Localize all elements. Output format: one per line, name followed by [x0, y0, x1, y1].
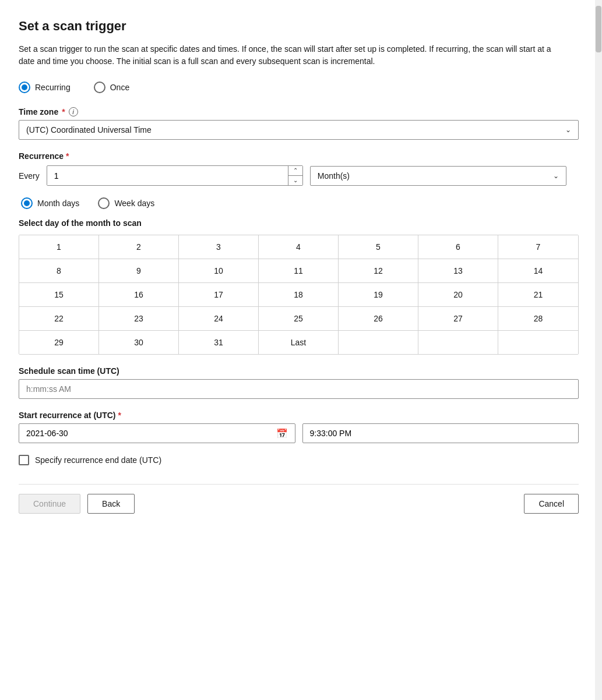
- page-title: Set a scan trigger: [19, 19, 579, 34]
- day-7[interactable]: 7: [498, 235, 578, 259]
- day-13[interactable]: 13: [418, 259, 498, 282]
- day-8[interactable]: 8: [19, 259, 99, 282]
- day-4[interactable]: 4: [259, 235, 339, 259]
- spin-up-button[interactable]: ⌃: [288, 166, 302, 176]
- spin-down-button[interactable]: ⌄: [288, 176, 302, 185]
- day-14[interactable]: 14: [498, 259, 578, 282]
- scrollbar[interactable]: [595, 0, 602, 700]
- week-days-radio[interactable]: [98, 197, 110, 209]
- day-29[interactable]: 29: [19, 331, 99, 354]
- calendar-grid: 1 2 3 4 5 6 7 8 9 10 11 12 13 14 15 16 1…: [19, 235, 579, 355]
- day-28[interactable]: 28: [498, 307, 578, 330]
- day-empty-3: [498, 331, 578, 354]
- page-description: Set a scan trigger to run the scan at sp…: [19, 43, 566, 68]
- day-20[interactable]: 20: [418, 283, 498, 306]
- month-days-label: Month days: [37, 199, 79, 208]
- schedule-time-input[interactable]: [19, 379, 579, 399]
- recurring-option[interactable]: Recurring: [19, 82, 71, 93]
- recurrence-section: Recurrence * Every ⌃ ⌄ Month(s) ⌄: [19, 151, 579, 186]
- day-empty-1: [339, 331, 418, 354]
- timezone-value: (UTC) Coordinated Universal Time: [26, 125, 152, 135]
- day-last[interactable]: Last: [259, 331, 339, 354]
- date-input[interactable]: [26, 424, 276, 443]
- recurrence-label: Recurrence *: [19, 151, 579, 161]
- calendar-sublabel: Select day of the month to scan: [19, 218, 579, 228]
- day-12[interactable]: 12: [339, 259, 418, 282]
- day-3[interactable]: 3: [179, 235, 259, 259]
- day-15[interactable]: 15: [19, 283, 99, 306]
- calendar-row-1: 1 2 3 4 5 6 7: [19, 235, 578, 259]
- day-17[interactable]: 17: [179, 283, 259, 306]
- trigger-type-group: Recurring Once: [19, 82, 579, 93]
- day-27[interactable]: 27: [418, 307, 498, 330]
- timezone-info-icon[interactable]: i: [69, 107, 78, 116]
- day-22[interactable]: 22: [19, 307, 99, 330]
- day-21[interactable]: 21: [498, 283, 578, 306]
- once-label: Once: [110, 83, 129, 92]
- every-value-input[interactable]: [47, 167, 288, 185]
- calendar-icon-button[interactable]: 📅: [276, 428, 288, 439]
- timezone-label: Time zone * i: [19, 107, 579, 116]
- schedule-time-section: Schedule scan time (UTC): [19, 366, 579, 399]
- day-empty-2: [418, 331, 498, 354]
- start-recurrence-row: 📅: [19, 423, 579, 443]
- recurring-label: Recurring: [35, 83, 71, 92]
- every-spin-input[interactable]: ⌃ ⌄: [47, 165, 303, 186]
- every-row: Every ⌃ ⌄ Month(s) ⌄: [19, 165, 579, 186]
- once-option[interactable]: Once: [94, 82, 129, 93]
- end-date-section: Specify recurrence end date (UTC): [19, 455, 579, 465]
- day-18[interactable]: 18: [259, 283, 339, 306]
- day-25[interactable]: 25: [259, 307, 339, 330]
- period-value: Month(s): [318, 171, 350, 181]
- end-date-label: Specify recurrence end date (UTC): [35, 455, 161, 465]
- calendar-row-3: 15 16 17 18 19 20 21: [19, 283, 578, 307]
- schedule-time-label: Schedule scan time (UTC): [19, 366, 579, 376]
- day-2[interactable]: 2: [99, 235, 179, 259]
- end-date-checkbox[interactable]: [19, 455, 29, 465]
- timezone-dropdown[interactable]: (UTC) Coordinated Universal Time ⌄: [19, 120, 579, 140]
- week-days-label: Week days: [114, 199, 154, 208]
- month-days-radio[interactable]: [21, 197, 33, 209]
- calendar-section: Select day of the month to scan 1 2 3 4 …: [19, 218, 579, 355]
- cancel-button[interactable]: Cancel: [524, 494, 579, 514]
- day-9[interactable]: 9: [99, 259, 179, 282]
- day-1[interactable]: 1: [19, 235, 99, 259]
- calendar-row-4: 22 23 24 25 26 27 28: [19, 307, 578, 331]
- day-31[interactable]: 31: [179, 331, 259, 354]
- every-label: Every: [19, 171, 40, 181]
- day-6[interactable]: 6: [418, 235, 498, 259]
- day-10[interactable]: 10: [179, 259, 259, 282]
- week-days-option[interactable]: Week days: [98, 197, 154, 209]
- continue-button[interactable]: Continue: [19, 494, 80, 514]
- calendar-row-5: 29 30 31 Last: [19, 331, 578, 354]
- date-input-wrap: 📅: [19, 423, 295, 443]
- period-dropdown[interactable]: Month(s) ⌄: [310, 166, 566, 186]
- start-recurrence-label: Start recurrence at (UTC) *: [19, 411, 579, 420]
- day-type-group: Month days Week days: [21, 197, 579, 209]
- spin-buttons: ⌃ ⌄: [288, 166, 302, 185]
- day-26[interactable]: 26: [339, 307, 418, 330]
- day-24[interactable]: 24: [179, 307, 259, 330]
- start-time-input[interactable]: [302, 423, 579, 443]
- day-11[interactable]: 11: [259, 259, 339, 282]
- footer-row: Continue Back Cancel: [19, 484, 579, 514]
- day-16[interactable]: 16: [99, 283, 179, 306]
- calendar-row-2: 8 9 10 11 12 13 14: [19, 259, 578, 283]
- day-19[interactable]: 19: [339, 283, 418, 306]
- start-recurrence-section: Start recurrence at (UTC) * 📅: [19, 411, 579, 443]
- scrollbar-thumb[interactable]: [596, 6, 601, 52]
- month-days-option[interactable]: Month days: [21, 197, 79, 209]
- day-30[interactable]: 30: [99, 331, 179, 354]
- back-button[interactable]: Back: [87, 494, 135, 514]
- recurring-radio[interactable]: [19, 82, 30, 93]
- timezone-chevron-icon: ⌄: [565, 126, 571, 134]
- day-23[interactable]: 23: [99, 307, 179, 330]
- period-chevron-icon: ⌄: [553, 172, 559, 180]
- once-radio[interactable]: [94, 82, 105, 93]
- day-5[interactable]: 5: [339, 235, 418, 259]
